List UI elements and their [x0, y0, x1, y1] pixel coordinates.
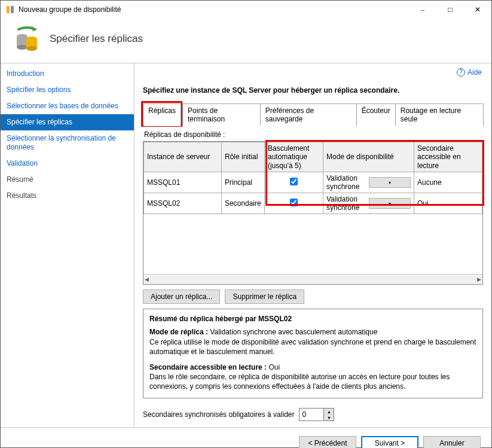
summary-mode-desc: Ce réplica utilise le mode de disponibil… — [149, 337, 476, 356]
tab-readonly-routing[interactable]: Routage en lecture seule — [395, 103, 484, 126]
close-button[interactable]: ✕ — [464, 1, 491, 19]
instruction-text: Spécifiez une instance de SQL Server pou… — [143, 86, 483, 95]
wizard-footer: < Précédent Suivant > Annuler — [1, 427, 491, 448]
sync-required-label: Secondaires synchronisés obligatoires à … — [143, 410, 294, 419]
svg-point-5 — [17, 45, 27, 50]
nav-validation[interactable]: Validation — [1, 156, 134, 172]
database-icon — [13, 25, 41, 53]
failover-checkbox[interactable] — [290, 199, 298, 206]
cell-role: Principal — [222, 172, 265, 193]
cell-role: Secondaire — [222, 193, 265, 214]
cell-failover[interactable] — [265, 193, 323, 214]
col-mode[interactable]: Mode de disponibilité — [323, 142, 414, 172]
nav-specify-options[interactable]: Spécifier les options — [1, 82, 134, 98]
tab-listener[interactable]: Écouteur — [356, 103, 396, 126]
replicas-label: Réplicas de disponibilité : — [144, 130, 483, 139]
nav-introduction[interactable]: Introduction — [1, 66, 134, 82]
replicas-grid: Instance de serveur Rôle initial Bascule… — [143, 141, 483, 285]
tab-backup-prefs[interactable]: Préférences de sauvegarde — [260, 103, 357, 126]
sync-required-spinner[interactable]: ▲ ▼ — [299, 408, 334, 421]
nav-specify-replicas[interactable]: Spécifier les réplicas — [1, 114, 134, 130]
spinner-down-icon[interactable]: ▼ — [324, 415, 334, 420]
add-replica-button[interactable]: Ajouter un réplica... — [143, 289, 220, 304]
horizontal-scrollbar[interactable]: ◀▶ — [143, 274, 482, 284]
col-instance[interactable]: Instance de serveur — [144, 142, 222, 172]
svg-rect-1 — [11, 6, 14, 13]
nav-summary: Résumé — [1, 172, 134, 188]
cell-instance: MSSQL02 — [144, 193, 222, 214]
app-icon — [5, 5, 15, 14]
cell-readable[interactable]: Oui — [414, 193, 482, 214]
col-readable[interactable]: Secondaire accessible en lecture — [414, 142, 482, 172]
nav-select-sync[interactable]: Sélectionner la synchronisation de donné… — [1, 130, 134, 156]
col-role[interactable]: Rôle initial — [222, 142, 265, 172]
summary-title: Résumé du réplica hébergé par MSSQL02 — [149, 314, 476, 324]
tab-replicas[interactable]: Réplicas — [143, 103, 181, 126]
cell-failover[interactable] — [265, 172, 323, 193]
summary-mode-value: Validation synchrone avec basculement au… — [210, 328, 377, 336]
nav-select-databases[interactable]: Sélectionner les bases de données — [1, 98, 134, 114]
wizard-header: Spécifier les réplicas — [1, 19, 491, 63]
table-row[interactable]: MSSQL02 Secondaire Validation synchrone▾… — [144, 193, 482, 214]
wizard-nav: Introduction Spécifier les options Sélec… — [1, 63, 135, 427]
page-title: Spécifier les réplicas — [50, 33, 143, 45]
table-row[interactable]: MSSQL01 Principal Validation synchrone▾ … — [144, 172, 482, 193]
spinner-up-icon[interactable]: ▲ — [324, 409, 334, 415]
summary-readable-value: Oui — [268, 363, 280, 371]
back-button[interactable]: < Précédent — [299, 436, 356, 448]
remove-replica-button[interactable]: Supprimer le réplica — [225, 289, 304, 304]
cell-mode[interactable]: Validation synchrone▾ — [323, 172, 414, 193]
summary-mode-label: Mode de réplica : — [149, 328, 208, 336]
window-title: Nouveau groupe de disponibilité — [19, 5, 409, 14]
cancel-button[interactable]: Annuler — [423, 436, 481, 448]
summary-readable-label: Secondaire accessible en lecture : — [149, 363, 267, 371]
help-link[interactable]: ? Aide — [457, 68, 482, 77]
failover-checkbox[interactable] — [290, 178, 298, 185]
tabstrip: Réplicas Points de terminaison Préférenc… — [143, 103, 483, 126]
replica-summary: Résumé du réplica hébergé par MSSQL02 Mo… — [143, 309, 483, 398]
chevron-down-icon[interactable]: ▾ — [369, 198, 411, 209]
summary-readable-desc: Dans le rôle secondaire, ce réplica de d… — [149, 372, 476, 391]
cell-mode[interactable]: Validation synchrone▾ — [323, 193, 414, 214]
svg-point-8 — [26, 46, 37, 51]
chevron-down-icon[interactable]: ▾ — [369, 177, 411, 188]
minimize-button[interactable]: – — [409, 1, 436, 19]
tab-endpoints[interactable]: Points de terminaison — [182, 103, 261, 126]
col-failover[interactable]: Basculement automatique (jusqu'à 5) — [265, 142, 323, 172]
maximize-button[interactable]: □ — [436, 1, 464, 19]
titlebar: Nouveau groupe de disponibilité – □ ✕ — [1, 1, 491, 19]
cell-readable[interactable]: Aucune — [414, 172, 482, 193]
help-icon: ? — [457, 68, 465, 77]
cell-instance: MSSQL01 — [144, 172, 222, 193]
next-button[interactable]: Suivant > — [361, 436, 418, 448]
svg-rect-0 — [7, 6, 10, 13]
nav-results: Résultats — [1, 188, 134, 204]
sync-required-input[interactable] — [300, 409, 323, 420]
